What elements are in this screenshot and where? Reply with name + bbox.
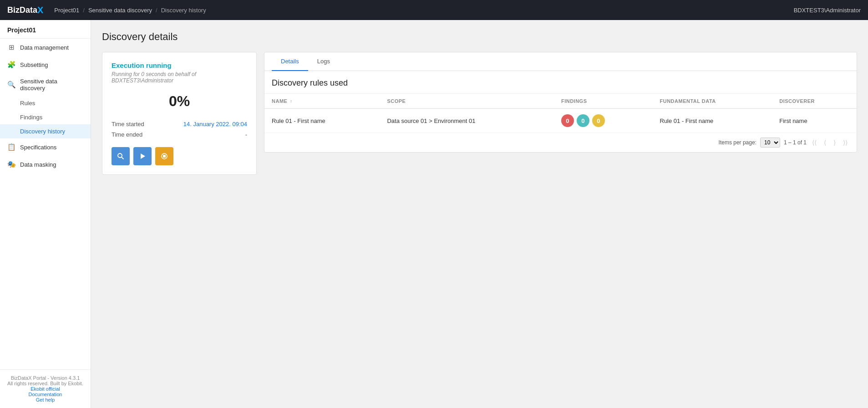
cell-scope: Data source 01 > Environment 01	[380, 109, 553, 133]
logo: BizDataX	[7, 5, 43, 15]
execution-subtitle: Running for 0 seconds on behalf of BDXTE…	[112, 71, 247, 84]
breadcrumb: Project01 / Sensitive data discovery / D…	[54, 7, 793, 14]
cell-findings: 0 0 0	[554, 109, 653, 133]
tabs-header: Details Logs	[264, 52, 857, 71]
execution-subtitle-text: Running for 0 seconds on behalf of	[112, 71, 196, 77]
sidebar-item-label-subsetting: Subsetting	[20, 61, 48, 68]
table-wrapper: NAME ↑ SCOPE FINDINGS FUNDAMENTAL DATA D…	[264, 94, 857, 133]
col-scope: SCOPE	[380, 94, 553, 109]
sidebar-footer: BizDataX Portal - Version 4.3.1 All righ…	[0, 369, 91, 408]
sidebar-item-subsetting[interactable]: 🧩 Subsetting	[0, 56, 91, 73]
data-masking-icon: 🎭	[7, 160, 15, 168]
sidebar-item-data-masking[interactable]: 🎭 Data masking	[0, 156, 91, 173]
time-ended-label: Time ended	[112, 131, 142, 138]
pagination-row: Items per page: 10 25 50 1 – 1 of 1 ⟨⟨ ⟨…	[264, 133, 857, 152]
sensitive-data-discovery-icon: 🔍	[7, 81, 15, 89]
breadcrumb-project[interactable]: Project01	[54, 7, 79, 14]
prev-page-btn[interactable]: ⟨	[822, 138, 828, 147]
sidebar-item-data-management[interactable]: ⊞ Data management	[0, 39, 91, 56]
svg-rect-4	[163, 155, 166, 158]
sidebar-item-label-sensitive: Sensitive data discovery	[20, 78, 83, 92]
execution-subtitle-user: BDXTEST3\Administrator	[112, 77, 173, 84]
logo-text: BizData	[7, 5, 37, 15]
col-discoverer: DISCOVERER	[772, 94, 857, 109]
play-button[interactable]	[133, 147, 152, 165]
sidebar-rights: All rights reserved. Built by Ekobit.	[7, 381, 83, 386]
cell-name: Rule 01 - First name	[264, 109, 380, 133]
sidebar-link-help[interactable]: Get help	[7, 397, 83, 403]
badge-yellow: 0	[592, 114, 605, 127]
breadcrumb-sensitive[interactable]: Sensitive data discovery	[88, 7, 152, 14]
time-started-value: 14. January 2022. 09:04	[183, 121, 247, 128]
logo-x: X	[37, 5, 43, 15]
svg-line-1	[122, 157, 123, 159]
sidebar: Project01 ⊞ Data management 🧩 Subsetting…	[0, 20, 91, 408]
tab-logs[interactable]: Logs	[308, 52, 339, 71]
cell-discoverer: First name	[772, 109, 857, 133]
name-sort-icon: ↑	[290, 99, 293, 104]
sidebar-link-ekobit[interactable]: Ekobit official	[7, 386, 83, 392]
rules-table: NAME ↑ SCOPE FINDINGS FUNDAMENTAL DATA D…	[264, 94, 857, 133]
sidebar-item-label-specifications: Specifications	[20, 144, 56, 151]
stop-button[interactable]	[155, 147, 173, 165]
time-started-row: Time started 14. January 2022. 09:04	[112, 121, 247, 128]
main-content: Discovery details Execution running Runn…	[91, 20, 868, 408]
execution-running-label: Execution running	[112, 61, 247, 69]
per-page-select[interactable]: 10 25 50	[760, 138, 780, 148]
badge-teal: 0	[577, 114, 589, 127]
svg-marker-2	[141, 153, 145, 159]
first-page-btn[interactable]: ⟨⟨	[810, 138, 818, 147]
main-layout: Project01 ⊞ Data management 🧩 Subsetting…	[0, 20, 868, 408]
sidebar-version: BizDataX Portal - Version 4.3.1	[7, 375, 83, 381]
right-panel: Details Logs Discovery rules used NAME ↑	[264, 52, 857, 153]
navbar: BizDataX Project01 / Sensitive data disc…	[0, 0, 868, 20]
sidebar-item-label-data-management: Data management	[20, 44, 69, 51]
last-page-btn[interactable]: ⟩⟩	[841, 138, 849, 147]
table-row: Rule 01 - First name Data source 01 > En…	[264, 109, 857, 133]
left-panel: Execution running Running for 0 seconds …	[102, 52, 257, 175]
action-buttons	[112, 147, 247, 165]
panels: Execution running Running for 0 seconds …	[102, 52, 857, 175]
breadcrumb-sep-1: /	[83, 7, 85, 14]
cell-fundamental-data: Rule 01 - First name	[653, 109, 772, 133]
sidebar-sub-item-findings[interactable]: Findings	[0, 110, 91, 124]
time-started-label: Time started	[112, 121, 144, 128]
table-header-row: NAME ↑ SCOPE FINDINGS FUNDAMENTAL DATA D…	[264, 94, 857, 109]
page-range: 1 – 1 of 1	[784, 139, 807, 146]
tab-details[interactable]: Details	[272, 52, 308, 71]
breadcrumb-sep-2: /	[156, 7, 157, 14]
col-findings: FINDINGS	[554, 94, 653, 109]
col-fundamental-data: FUNDAMENTAL DATA	[653, 94, 772, 109]
specifications-icon: 📋	[7, 143, 15, 151]
sidebar-item-label-data-masking: Data masking	[20, 161, 56, 168]
time-ended-row: Time ended -	[112, 131, 247, 138]
breadcrumb-current: Discovery history	[161, 7, 206, 14]
data-management-icon: ⊞	[7, 43, 15, 51]
col-name: NAME ↑	[264, 94, 380, 109]
sidebar-sub-item-discovery-history[interactable]: Discovery history	[0, 124, 91, 138]
time-ended-value: -	[245, 131, 247, 138]
sidebar-item-specifications[interactable]: 📋 Specifications	[0, 138, 91, 156]
sidebar-project-label: Project01	[0, 20, 91, 39]
sidebar-link-docs[interactable]: Documentation	[7, 392, 83, 397]
subsetting-icon: 🧩	[7, 61, 15, 69]
progress-display: 0%	[112, 93, 247, 110]
navbar-user: BDXTEST3\Administrator	[794, 7, 861, 14]
sidebar-sub-item-rules[interactable]: Rules	[0, 96, 91, 110]
findings-badges: 0 0 0	[561, 114, 645, 127]
rules-title: Discovery rules used	[264, 71, 857, 94]
badge-red: 0	[561, 114, 574, 127]
next-page-btn[interactable]: ⟩	[832, 138, 838, 147]
search-button[interactable]	[112, 147, 130, 165]
items-per-page-label: Items per page:	[719, 139, 756, 146]
page-title: Discovery details	[102, 31, 857, 43]
sidebar-item-sensitive-data-discovery[interactable]: 🔍 Sensitive data discovery	[0, 73, 91, 96]
